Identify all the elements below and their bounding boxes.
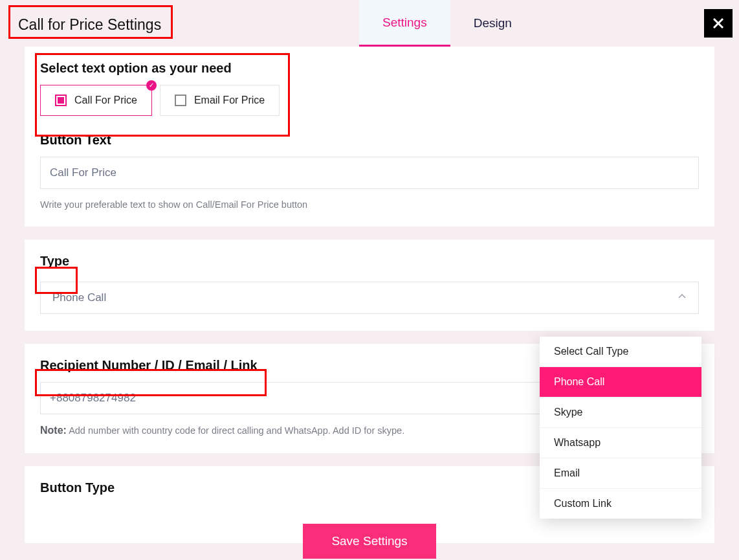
tab-settings[interactable]: Settings bbox=[359, 0, 450, 47]
button-text-input[interactable] bbox=[40, 157, 699, 189]
tabs: Settings Design bbox=[359, 0, 535, 47]
dropdown-item-select-call-type[interactable]: Select Call Type bbox=[540, 337, 701, 367]
dropdown-item-whatsapp[interactable]: Whatsapp bbox=[540, 428, 701, 458]
dropdown-item-skype[interactable]: Skype bbox=[540, 398, 701, 428]
type-dropdown: Select Call Type Phone Call Skype Whatsa… bbox=[540, 337, 701, 519]
page-title: Call for Price Settings bbox=[16, 15, 164, 35]
card-type: Type Phone Call bbox=[25, 240, 714, 331]
close-icon bbox=[712, 17, 725, 30]
save-settings-button[interactable]: Save Settings bbox=[303, 524, 436, 559]
type-select[interactable]: Phone Call bbox=[40, 282, 699, 314]
note-text: Add number with country code for direct … bbox=[69, 425, 404, 436]
chevron-up-icon bbox=[678, 291, 687, 304]
annotation-box-recipient bbox=[36, 370, 265, 395]
dropdown-item-email[interactable]: Email bbox=[540, 458, 701, 489]
annotation-box-options bbox=[36, 54, 289, 135]
dropdown-item-phone-call[interactable]: Phone Call bbox=[540, 367, 701, 398]
type-selected-value: Phone Call bbox=[52, 291, 106, 304]
type-label: Type bbox=[40, 254, 699, 269]
close-button[interactable] bbox=[704, 9, 733, 38]
note-label: Note: bbox=[40, 425, 67, 436]
dropdown-item-custom-link[interactable]: Custom Link bbox=[540, 489, 701, 519]
tab-design[interactable]: Design bbox=[450, 0, 535, 47]
save-bar: Save Settings bbox=[0, 524, 739, 560]
button-text-help: Write your preferable text to show on Ca… bbox=[40, 199, 699, 210]
annotation-box-type bbox=[36, 268, 76, 293]
header: Call for Price Settings Settings Design bbox=[0, 0, 739, 47]
